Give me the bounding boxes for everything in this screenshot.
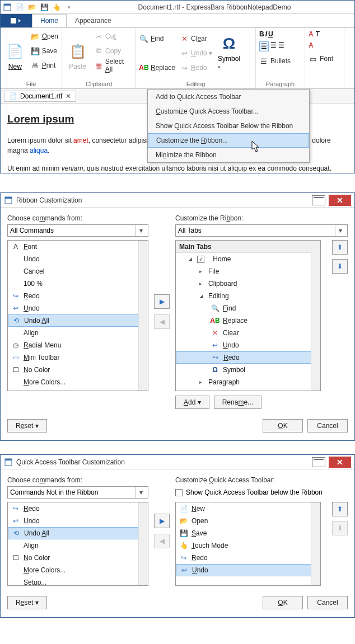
replace-button[interactable]: ABReplace (139, 62, 175, 74)
ok-button[interactable]: OK (263, 419, 303, 433)
move-down-button[interactable]: ⬇ (332, 521, 348, 535)
remove-arrow-button[interactable]: ◀ (154, 534, 170, 548)
open-icon[interactable]: 📂 (27, 3, 36, 12)
select-all-button[interactable]: ▦Select All (94, 59, 132, 72)
close-button[interactable]: ✕ (329, 457, 351, 468)
document-tab[interactable]: 📄 Document1.rtf ✕ (4, 91, 76, 102)
tree-replace[interactable]: ABReplace (176, 314, 320, 327)
list-item[interactable]: ☐No Color (8, 552, 148, 564)
align-left-button[interactable]: ☰ (259, 41, 269, 51)
list-item[interactable]: AFont (8, 241, 148, 253)
touch-icon[interactable]: 👆 (52, 3, 61, 12)
list-item[interactable]: 100 % (8, 278, 148, 290)
italic-button[interactable]: I (265, 30, 267, 38)
scrollbar[interactable] (138, 241, 148, 391)
new-button[interactable]: 📄 New (4, 30, 26, 70)
close-tab-icon[interactable]: ✕ (66, 92, 71, 100)
align-center-button[interactable]: ☰ (270, 41, 277, 51)
list-item[interactable]: ⟲Undo All (8, 527, 148, 539)
tree-editing[interactable]: ◢Editing (176, 290, 320, 302)
symbol-button[interactable]: Ω Symbol▾ (217, 30, 241, 70)
ctx-add-qat[interactable]: Add to Quick Access Toolbar (148, 90, 309, 104)
tree-home[interactable]: ◢ Home (176, 253, 320, 265)
commands-combo[interactable]: All Commands▾ (7, 224, 148, 237)
reset-button[interactable]: Reset ▾ (7, 419, 47, 433)
file-app-button[interactable] (1, 14, 32, 27)
font-size-button[interactable]: A (309, 41, 314, 49)
copy-button[interactable]: ⧉Copy (94, 45, 132, 57)
list-item[interactable]: 📂Open (176, 515, 320, 527)
tree-clipboard[interactable]: ▸Clipboard (176, 278, 320, 290)
tab-appearance[interactable]: Appearance (67, 14, 120, 27)
ok-button[interactable]: OK (263, 596, 303, 609)
list-item[interactable]: ↩Undo (8, 515, 148, 527)
maximize-button[interactable] (312, 195, 325, 205)
bold-button[interactable]: B (259, 30, 264, 38)
move-down-button[interactable]: ⬇ (332, 259, 348, 274)
save-button[interactable]: 💾Save (31, 45, 58, 57)
reset-button[interactable]: Reset ▾ (7, 596, 47, 609)
list-item[interactable]: Undo (8, 253, 148, 265)
ctx-customize-qat[interactable]: Customize Quick Access Toolbar... (148, 104, 309, 119)
remove-arrow-button[interactable]: ◀ (154, 314, 170, 329)
move-up-button[interactable]: ⬆ (332, 240, 348, 255)
tree-file[interactable]: ▸File (176, 265, 320, 278)
list-item[interactable]: ↩Undo (176, 564, 320, 576)
list-item[interactable]: ↪Redo (8, 502, 148, 515)
open-button[interactable]: 📂Open (31, 30, 58, 43)
list-item[interactable]: 👆Touch Mode (176, 539, 320, 552)
bullets-button[interactable]: ☰Bullets (259, 55, 291, 67)
qat-dropdown-icon[interactable]: ▾ (64, 3, 73, 12)
cut-button[interactable]: ✂Cut (94, 30, 132, 43)
tree-symbol[interactable]: ΩSymbol (176, 364, 320, 376)
new-icon[interactable]: 📄 (15, 3, 24, 12)
add-arrow-button[interactable]: ▶ (154, 294, 170, 309)
add-arrow-button[interactable]: ▶ (154, 514, 170, 528)
list-item[interactable]: Cancel (8, 265, 148, 278)
align-right-button[interactable]: ☰ (278, 41, 284, 51)
commands-combo[interactable]: Commands Not in the Ribbon▾ (7, 486, 148, 499)
list-item[interactable]: Align (8, 327, 148, 339)
qat-list[interactable]: 📄New📂Open💾Save👆Touch Mode↪Redo↩Undo (175, 502, 321, 586)
rename-button[interactable]: Rename... (214, 396, 261, 409)
tree-paragraph[interactable]: ▸Paragraph (176, 376, 320, 388)
list-item[interactable]: ↪Redo (8, 290, 148, 302)
text-effects-button[interactable]: T (316, 30, 320, 38)
underline-button[interactable]: U (268, 30, 273, 38)
paste-button[interactable]: 📋 Paste (66, 30, 90, 70)
move-up-button[interactable]: ⬆ (332, 502, 348, 516)
list-item[interactable]: Setup... (8, 388, 148, 391)
list-item[interactable]: ☐No Color (8, 364, 148, 376)
print-button[interactable]: 🖶Print (31, 59, 58, 72)
font-color-button[interactable]: A (309, 30, 314, 38)
tree-clear[interactable]: ✕Clear (176, 327, 320, 339)
commands-list[interactable]: ↪Redo↩Undo⟲Undo AllAlign☐No ColorMore Co… (7, 502, 148, 586)
ribbon-tree[interactable]: Main Tabs ◢ Home ▸File ▸Clipboard ◢Editi… (175, 240, 321, 391)
find-button[interactable]: 🔍Find (139, 32, 175, 45)
redo-button[interactable]: ↪Redo (180, 62, 212, 74)
cancel-button[interactable]: Cancel (307, 596, 348, 609)
scrollbar[interactable] (311, 502, 320, 585)
list-item[interactable]: ↩Undo (8, 302, 148, 314)
list-item[interactable]: 💾Save (176, 527, 320, 539)
save-icon[interactable]: 💾 (40, 3, 49, 12)
list-item[interactable]: Setup... (8, 576, 148, 586)
commands-list[interactable]: AFontUndoCancel100 %↪Redo↩Undo⟲Undo AllA… (7, 240, 148, 391)
list-item[interactable]: ⟲Undo All (8, 314, 148, 327)
ctx-show-below[interactable]: Show Quick Access Toolbar Below the Ribb… (148, 119, 309, 133)
font-button[interactable]: ▭Font (309, 53, 333, 65)
clear-button[interactable]: ✕Clear (180, 32, 212, 45)
tree-fontcolors[interactable]: ▸Font and Colors (176, 388, 320, 391)
ctx-customize-ribbon[interactable]: Customize the Ribbon... (148, 133, 309, 148)
close-button[interactable]: ✕ (329, 195, 351, 206)
tab-home[interactable]: Home (32, 14, 67, 27)
ctx-minimize-ribbon[interactable]: Minimize the Ribbon (148, 148, 309, 162)
scrollbar[interactable] (138, 502, 148, 585)
tree-redo[interactable]: ↪Redo (176, 351, 320, 364)
list-item[interactable]: 📄New (176, 502, 320, 515)
show-below-checkbox[interactable] (175, 489, 183, 496)
list-item[interactable]: More Colors... (8, 376, 148, 388)
undo-button[interactable]: ↩Undo ▾ (180, 47, 212, 59)
list-item[interactable]: ◷Radial Menu (8, 339, 148, 351)
add-dropdown-button[interactable]: Add ▾ (175, 396, 209, 409)
